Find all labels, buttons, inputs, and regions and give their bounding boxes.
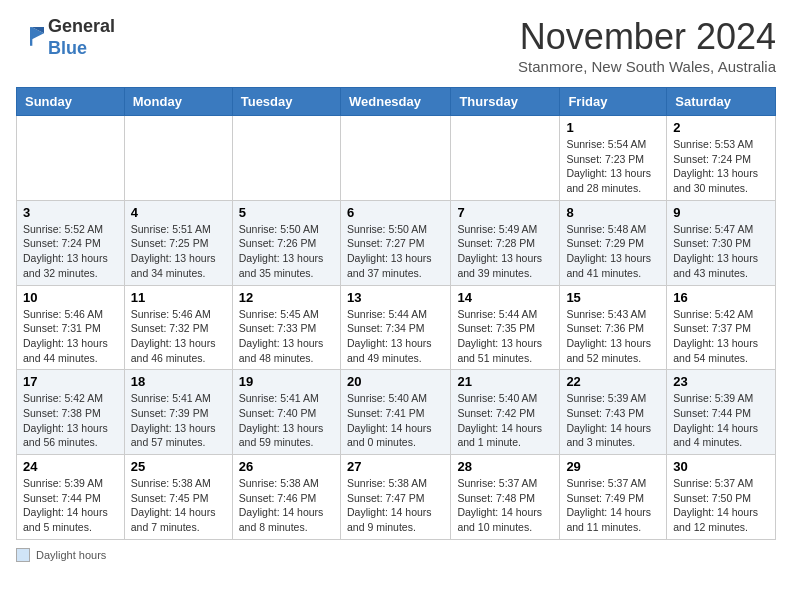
day-cell: 8Sunrise: 5:48 AMSunset: 7:29 PMDaylight…: [560, 200, 667, 285]
day-cell: 7Sunrise: 5:49 AMSunset: 7:28 PMDaylight…: [451, 200, 560, 285]
day-number: 20: [347, 374, 444, 389]
day-cell: 17Sunrise: 5:42 AMSunset: 7:38 PMDayligh…: [17, 370, 125, 455]
day-info: Sunrise: 5:38 AMSunset: 7:46 PMDaylight:…: [239, 476, 334, 535]
day-cell: 11Sunrise: 5:46 AMSunset: 7:32 PMDayligh…: [124, 285, 232, 370]
svg-rect-3: [30, 27, 32, 46]
day-number: 2: [673, 120, 769, 135]
day-number: 13: [347, 290, 444, 305]
day-cell: 6Sunrise: 5:50 AMSunset: 7:27 PMDaylight…: [340, 200, 450, 285]
day-cell: 29Sunrise: 5:37 AMSunset: 7:49 PMDayligh…: [560, 455, 667, 540]
day-info: Sunrise: 5:46 AMSunset: 7:32 PMDaylight:…: [131, 307, 226, 366]
day-number: 10: [23, 290, 118, 305]
day-number: 7: [457, 205, 553, 220]
day-number: 4: [131, 205, 226, 220]
week-row-4: 17Sunrise: 5:42 AMSunset: 7:38 PMDayligh…: [17, 370, 776, 455]
day-number: 26: [239, 459, 334, 474]
generalblue-logo-icon: [16, 24, 44, 52]
day-number: 6: [347, 205, 444, 220]
logo-general: General: [48, 16, 115, 36]
day-number: 21: [457, 374, 553, 389]
week-row-5: 24Sunrise: 5:39 AMSunset: 7:44 PMDayligh…: [17, 455, 776, 540]
day-info: Sunrise: 5:47 AMSunset: 7:30 PMDaylight:…: [673, 222, 769, 281]
day-number: 16: [673, 290, 769, 305]
day-number: 11: [131, 290, 226, 305]
month-year-title: November 2024: [518, 16, 776, 58]
day-number: 25: [131, 459, 226, 474]
day-info: Sunrise: 5:38 AMSunset: 7:45 PMDaylight:…: [131, 476, 226, 535]
day-cell: 23Sunrise: 5:39 AMSunset: 7:44 PMDayligh…: [667, 370, 776, 455]
legend-box: [16, 548, 30, 562]
day-cell: 25Sunrise: 5:38 AMSunset: 7:45 PMDayligh…: [124, 455, 232, 540]
day-info: Sunrise: 5:37 AMSunset: 7:48 PMDaylight:…: [457, 476, 553, 535]
day-number: 23: [673, 374, 769, 389]
day-number: 24: [23, 459, 118, 474]
day-cell: 12Sunrise: 5:45 AMSunset: 7:33 PMDayligh…: [232, 285, 340, 370]
day-info: Sunrise: 5:41 AMSunset: 7:39 PMDaylight:…: [131, 391, 226, 450]
day-cell: 24Sunrise: 5:39 AMSunset: 7:44 PMDayligh…: [17, 455, 125, 540]
legend: Daylight hours: [16, 548, 776, 562]
day-info: Sunrise: 5:42 AMSunset: 7:38 PMDaylight:…: [23, 391, 118, 450]
day-number: 30: [673, 459, 769, 474]
day-cell: 18Sunrise: 5:41 AMSunset: 7:39 PMDayligh…: [124, 370, 232, 455]
day-info: Sunrise: 5:51 AMSunset: 7:25 PMDaylight:…: [131, 222, 226, 281]
week-row-3: 10Sunrise: 5:46 AMSunset: 7:31 PMDayligh…: [17, 285, 776, 370]
day-number: 3: [23, 205, 118, 220]
day-number: 12: [239, 290, 334, 305]
day-cell: 2Sunrise: 5:53 AMSunset: 7:24 PMDaylight…: [667, 116, 776, 201]
day-info: Sunrise: 5:44 AMSunset: 7:34 PMDaylight:…: [347, 307, 444, 366]
day-info: Sunrise: 5:45 AMSunset: 7:33 PMDaylight:…: [239, 307, 334, 366]
title-area: November 2024 Stanmore, New South Wales,…: [518, 16, 776, 75]
day-cell: 16Sunrise: 5:42 AMSunset: 7:37 PMDayligh…: [667, 285, 776, 370]
day-info: Sunrise: 5:46 AMSunset: 7:31 PMDaylight:…: [23, 307, 118, 366]
calendar-header: SundayMondayTuesdayWednesdayThursdayFrid…: [17, 88, 776, 116]
day-info: Sunrise: 5:43 AMSunset: 7:36 PMDaylight:…: [566, 307, 660, 366]
day-info: Sunrise: 5:40 AMSunset: 7:41 PMDaylight:…: [347, 391, 444, 450]
week-row-2: 3Sunrise: 5:52 AMSunset: 7:24 PMDaylight…: [17, 200, 776, 285]
day-info: Sunrise: 5:49 AMSunset: 7:28 PMDaylight:…: [457, 222, 553, 281]
logo-text: General Blue: [48, 16, 115, 59]
day-number: 27: [347, 459, 444, 474]
day-cell: 30Sunrise: 5:37 AMSunset: 7:50 PMDayligh…: [667, 455, 776, 540]
day-info: Sunrise: 5:44 AMSunset: 7:35 PMDaylight:…: [457, 307, 553, 366]
calendar-body: 1Sunrise: 5:54 AMSunset: 7:23 PMDaylight…: [17, 116, 776, 540]
day-cell: 4Sunrise: 5:51 AMSunset: 7:25 PMDaylight…: [124, 200, 232, 285]
day-info: Sunrise: 5:38 AMSunset: 7:47 PMDaylight:…: [347, 476, 444, 535]
day-cell: 20Sunrise: 5:40 AMSunset: 7:41 PMDayligh…: [340, 370, 450, 455]
day-cell: 15Sunrise: 5:43 AMSunset: 7:36 PMDayligh…: [560, 285, 667, 370]
day-header-tuesday: Tuesday: [232, 88, 340, 116]
day-info: Sunrise: 5:50 AMSunset: 7:27 PMDaylight:…: [347, 222, 444, 281]
day-info: Sunrise: 5:41 AMSunset: 7:40 PMDaylight:…: [239, 391, 334, 450]
day-number: 29: [566, 459, 660, 474]
day-cell: 27Sunrise: 5:38 AMSunset: 7:47 PMDayligh…: [340, 455, 450, 540]
week-row-1: 1Sunrise: 5:54 AMSunset: 7:23 PMDaylight…: [17, 116, 776, 201]
day-header-thursday: Thursday: [451, 88, 560, 116]
day-info: Sunrise: 5:42 AMSunset: 7:37 PMDaylight:…: [673, 307, 769, 366]
day-cell: 28Sunrise: 5:37 AMSunset: 7:48 PMDayligh…: [451, 455, 560, 540]
day-cell: 13Sunrise: 5:44 AMSunset: 7:34 PMDayligh…: [340, 285, 450, 370]
day-cell: 14Sunrise: 5:44 AMSunset: 7:35 PMDayligh…: [451, 285, 560, 370]
page-wrapper: General Blue November 2024 Stanmore, New…: [16, 16, 776, 562]
logo: General Blue: [16, 16, 115, 59]
day-cell: [340, 116, 450, 201]
day-cell: 21Sunrise: 5:40 AMSunset: 7:42 PMDayligh…: [451, 370, 560, 455]
day-cell: [232, 116, 340, 201]
day-header-monday: Monday: [124, 88, 232, 116]
day-cell: 5Sunrise: 5:50 AMSunset: 7:26 PMDaylight…: [232, 200, 340, 285]
day-info: Sunrise: 5:52 AMSunset: 7:24 PMDaylight:…: [23, 222, 118, 281]
day-number: 28: [457, 459, 553, 474]
day-info: Sunrise: 5:39 AMSunset: 7:43 PMDaylight:…: [566, 391, 660, 450]
day-number: 18: [131, 374, 226, 389]
day-number: 22: [566, 374, 660, 389]
day-cell: 10Sunrise: 5:46 AMSunset: 7:31 PMDayligh…: [17, 285, 125, 370]
day-cell: 3Sunrise: 5:52 AMSunset: 7:24 PMDaylight…: [17, 200, 125, 285]
day-headers-row: SundayMondayTuesdayWednesdayThursdayFrid…: [17, 88, 776, 116]
day-header-friday: Friday: [560, 88, 667, 116]
day-info: Sunrise: 5:50 AMSunset: 7:26 PMDaylight:…: [239, 222, 334, 281]
logo-blue: Blue: [48, 38, 87, 58]
day-info: Sunrise: 5:39 AMSunset: 7:44 PMDaylight:…: [23, 476, 118, 535]
day-info: Sunrise: 5:53 AMSunset: 7:24 PMDaylight:…: [673, 137, 769, 196]
day-number: 5: [239, 205, 334, 220]
day-cell: 19Sunrise: 5:41 AMSunset: 7:40 PMDayligh…: [232, 370, 340, 455]
day-header-wednesday: Wednesday: [340, 88, 450, 116]
calendar-table: SundayMondayTuesdayWednesdayThursdayFrid…: [16, 87, 776, 540]
